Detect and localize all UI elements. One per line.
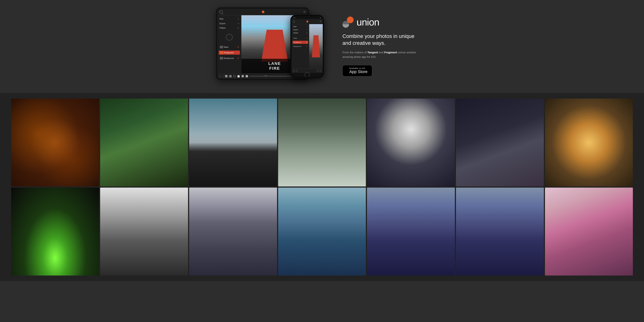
devices-container: ⊞ New + Export ⇥ — [216, 8, 324, 86]
new-plus-icon: + — [238, 17, 239, 20]
app-description: From the makers of Tangent and Fragment … — [342, 50, 424, 59]
gallery-item[interactable] — [367, 99, 455, 186]
iphone-home-area — [292, 73, 323, 77]
iphone-help-4: i — [320, 70, 322, 72]
flatten-icon: ⇌ — [237, 27, 239, 29]
iphone-sidebar: New + Export ⇥ Flatten ⇌ — [292, 24, 309, 68]
ipad-layer-foreground[interactable]: Foreground × — [219, 51, 240, 55]
iphone-mockup: ●●● ▲ ⊞ New + — [290, 15, 324, 78]
gallery-item[interactable] — [456, 188, 544, 275]
ipad-top-bar: ⊞ — [217, 9, 308, 15]
iphone-status-bar: ●●● ▲ — [292, 16, 323, 19]
iphone-export-icon: ⇥ — [306, 29, 308, 31]
gallery-item[interactable] — [189, 99, 277, 186]
eye-icon[interactable]: ◉ — [237, 75, 240, 78]
iphone-home-button[interactable] — [304, 72, 310, 78]
union-logo-icon — [342, 17, 354, 28]
foreground-close-icon[interactable]: × — [238, 51, 239, 54]
grid-icon: ⊞ — [304, 11, 306, 14]
right-section: union Combine your photos in unique and … — [339, 13, 428, 80]
minus-icon[interactable]: − — [229, 75, 232, 78]
search-icon — [220, 10, 223, 14]
orange-dot — [262, 11, 264, 13]
gallery-item[interactable] — [100, 99, 188, 186]
iphone-bg-close[interactable]: × — [306, 45, 307, 47]
brush-icon[interactable]: ✦ — [241, 75, 244, 78]
iphone-flatten-icon: ⇌ — [306, 32, 308, 34]
iphone-menu-flatten[interactable]: Flatten ⇌ — [293, 32, 308, 34]
circle-tool-icon[interactable] — [233, 75, 236, 78]
ipad-menu-new[interactable]: New + — [219, 17, 240, 21]
ipad-menu-export[interactable]: Export ⇥ — [219, 22, 240, 25]
export-icon: ⇥ — [237, 22, 239, 25]
help-icons: ? i — [219, 75, 225, 78]
logo-container: union — [342, 17, 424, 28]
iphone-mask-close[interactable]: × — [306, 37, 307, 39]
gallery-item[interactable] — [278, 188, 366, 275]
gallery-item[interactable] — [11, 99, 99, 186]
gallery-grid — [11, 99, 633, 275]
iphone-top-bar: ⊞ — [292, 19, 323, 24]
iphone-help-3: ? — [316, 70, 319, 72]
iphone-grid-icon: ⊞ — [320, 20, 321, 23]
tangent-link: Tangent — [367, 51, 378, 54]
iphone-layer-mask[interactable]: Mask × — [293, 37, 308, 40]
help-icon-1: ? — [219, 75, 221, 78]
iphone-layer-foreground[interactable]: Foreground × — [293, 41, 308, 44]
iphone-menu-export[interactable]: Export ⇥ — [293, 29, 308, 31]
zoom-level: 25% — [264, 75, 267, 77]
app-store-label: App Store — [349, 69, 368, 74]
top-section: ⊞ New + Export ⇥ — [0, 0, 644, 93]
help-icon-2: i — [222, 75, 225, 78]
iphone-help-icons-right: ? i — [316, 70, 322, 72]
iphone-orange-dot — [306, 21, 308, 23]
gallery-item[interactable] — [189, 188, 277, 275]
wand-icon[interactable]: ⊕ — [246, 75, 248, 78]
ipad-layer-background[interactable]: Background × — [219, 56, 240, 60]
app-store-text: Available on the App Store — [349, 67, 368, 74]
iphone-layer-background[interactable]: Background × — [293, 45, 308, 48]
gallery-item[interactable] — [545, 188, 633, 275]
iphone-search-icon — [293, 21, 295, 23]
available-on-label: Available on the — [349, 67, 368, 69]
iphone-photo-area — [309, 24, 323, 68]
app-store-button[interactable]: Available on the App Store — [342, 65, 372, 76]
app-name: union — [356, 17, 379, 27]
gallery-section — [0, 93, 644, 281]
ipad-layer-mask[interactable]: Mask × — [219, 45, 240, 49]
gallery-item[interactable] — [278, 99, 366, 186]
iphone-help-2: i — [296, 70, 298, 72]
gallery-item[interactable] — [545, 99, 633, 186]
iphone-content: New + Export ⇥ Flatten ⇌ — [292, 24, 323, 68]
circle-button — [226, 34, 233, 41]
gallery-item[interactable] — [367, 188, 455, 275]
mask-close-icon[interactable]: × — [238, 46, 239, 48]
background-close-icon[interactable]: × — [238, 57, 239, 60]
orange-circle — [347, 17, 354, 23]
iphone-fg-close[interactable]: × — [306, 41, 307, 43]
iphone-menu-new[interactable]: New + — [293, 25, 308, 28]
tool-icons: ✎ − ◉ ✦ ⊕ — [225, 75, 248, 78]
gallery-item[interactable] — [456, 99, 544, 186]
fire-lane-text: LANE FIRE — [268, 61, 281, 71]
iphone-plus-icon: + — [306, 26, 308, 28]
pencil-icon[interactable]: ✎ — [225, 75, 228, 78]
app-tagline: Combine your photos in unique and creati… — [342, 33, 424, 47]
ipad-menu-flatten[interactable]: Flatten ⇌ — [219, 26, 240, 30]
iphone-help-icons: ? i — [293, 70, 298, 72]
gallery-item[interactable] — [11, 188, 99, 275]
ipad-sidebar: New + Export ⇥ Flatten ⇌ — [217, 15, 241, 73]
iphone-help-1: ? — [293, 70, 295, 72]
gallery-item[interactable] — [100, 188, 188, 275]
fragment-link: Fragment — [384, 51, 397, 54]
